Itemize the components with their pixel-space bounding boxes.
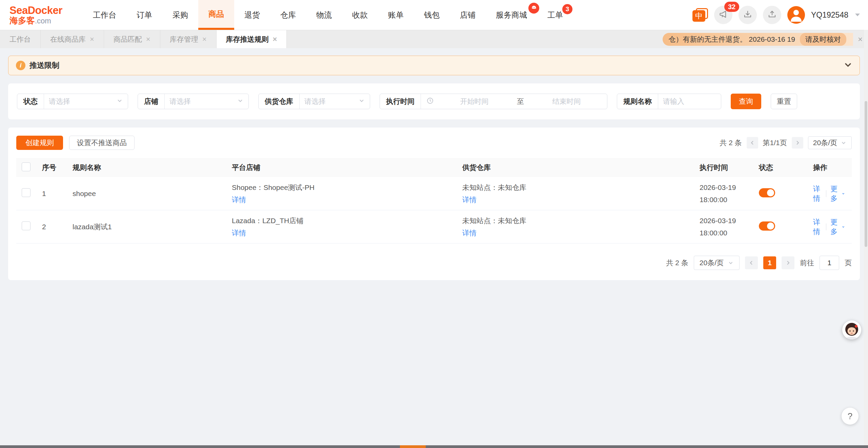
rule-name: lazada测试1: [66, 222, 225, 232]
exec-time-filter[interactable]: 执行时间 至: [380, 94, 607, 109]
nav-item-products[interactable]: 商品: [198, 0, 234, 30]
nav-item-warehouse[interactable]: 仓库: [270, 0, 306, 30]
current-page-button[interactable]: 1: [763, 256, 776, 269]
status-toggle[interactable]: [759, 188, 775, 197]
warehouse-filter[interactable]: 供货仓库: [258, 94, 370, 109]
upload-icon: [767, 9, 777, 21]
col-action: 操作: [806, 163, 852, 172]
shop-detail-link[interactable]: 详情: [232, 194, 449, 206]
warehouse-select[interactable]: [300, 97, 358, 105]
brand-name: SeaDocker: [9, 5, 70, 16]
row-checkbox[interactable]: [22, 221, 31, 230]
total-count-label: 共 2 条: [666, 258, 688, 268]
prev-page-button[interactable]: [747, 137, 758, 149]
tab-workbench[interactable]: 工作台: [0, 30, 41, 48]
nav-item-returns[interactable]: 退货: [234, 0, 270, 30]
detail-action-link[interactable]: 详情: [813, 184, 822, 203]
row-checkbox[interactable]: [22, 188, 31, 197]
download-center-button[interactable]: [739, 6, 757, 24]
warehouse-detail-link[interactable]: 详情: [462, 227, 686, 239]
customer-service-avatar[interactable]: [842, 320, 861, 339]
close-icon[interactable]: ×: [146, 36, 150, 43]
reset-button[interactable]: 重置: [771, 94, 797, 109]
nav-item-purchase[interactable]: 采购: [162, 0, 198, 30]
brand-logo[interactable]: SeaDocker 海多客.com: [9, 0, 70, 30]
more-action-link[interactable]: 更多: [830, 217, 845, 236]
status-toggle[interactable]: [759, 221, 775, 231]
table-toolbar: 创建规则 设置不推送商品 共 2 条 第1/1页 20条/页: [16, 136, 852, 150]
ticket-count-badge: 3: [562, 4, 572, 14]
time-range-separator: 至: [515, 97, 526, 106]
chevron-down-icon: [842, 191, 845, 196]
page-size-select[interactable]: 20条/页: [694, 256, 740, 270]
shop-detail-link[interactable]: 详情: [232, 227, 449, 239]
nav-item-tickets[interactable]: 工单 3: [537, 0, 573, 30]
close-icon[interactable]: ×: [90, 36, 94, 43]
nav-item-payments[interactable]: 收款: [342, 0, 378, 30]
col-index: 序号: [35, 163, 66, 172]
tab-online-products[interactable]: 在线商品库×: [41, 30, 104, 48]
scrollbar-thumb[interactable]: [865, 101, 867, 247]
page-size-select[interactable]: 20条/页: [808, 136, 852, 149]
alert-expand-chevron-icon[interactable]: [844, 61, 852, 71]
exec-time-cell: 2026-03-19 18:00:00: [693, 181, 752, 206]
nav-item-wallet[interactable]: 钱包: [414, 0, 450, 30]
more-action-link[interactable]: 更多: [830, 184, 845, 203]
status-filter[interactable]: 状态: [17, 94, 128, 109]
end-time-input[interactable]: [526, 97, 607, 105]
username-label[interactable]: YQ192548: [811, 11, 848, 20]
next-page-button[interactable]: [782, 256, 794, 269]
notice-close-icon[interactable]: ×: [858, 35, 863, 44]
col-name: 规则名称: [66, 163, 225, 172]
announcement-count-badge: 32: [724, 2, 739, 12]
chevron-down-icon: [841, 140, 847, 146]
user-avatar[interactable]: [787, 6, 805, 24]
nav-item-workbench[interactable]: 工作台: [83, 0, 126, 30]
user-menu-caret-icon[interactable]: [855, 14, 860, 16]
goto-page-input[interactable]: [820, 256, 839, 270]
shop-filter[interactable]: 店铺: [138, 94, 249, 109]
brand-tld: .com: [35, 17, 51, 25]
tab-inventory-manage[interactable]: 库存管理×: [160, 30, 217, 48]
nav-item-service-mall[interactable]: 服务商城: [486, 0, 537, 30]
close-icon[interactable]: ×: [202, 36, 207, 43]
col-warehouse: 供货仓库: [456, 163, 693, 172]
nav-item-orders[interactable]: 订单: [126, 0, 162, 30]
start-time-input[interactable]: [434, 97, 515, 105]
announcement-button[interactable]: 32: [714, 6, 732, 24]
search-button[interactable]: 查询: [731, 94, 761, 109]
nav-item-logistics[interactable]: 物流: [306, 0, 342, 30]
shop-select[interactable]: [165, 97, 237, 105]
warehouse-detail-link[interactable]: 详情: [462, 194, 686, 206]
nav-item-shops[interactable]: 店铺: [450, 0, 486, 30]
help-button[interactable]: ?: [842, 408, 859, 425]
status-select[interactable]: [44, 97, 116, 105]
detail-action-link[interactable]: 详情: [813, 217, 822, 236]
set-no-push-button[interactable]: 设置不推送商品: [69, 136, 135, 150]
next-page-button[interactable]: [792, 137, 803, 149]
prev-page-button[interactable]: [745, 256, 758, 269]
language-switcher-icon[interactable]: 中: [692, 8, 708, 22]
notice-ticker-zone: 仓）有新的无主件退货。 2026-03-16 19 请及时核对 ×: [663, 30, 868, 48]
export-button[interactable]: [763, 6, 781, 24]
rule-name-filter[interactable]: 规则名称: [617, 94, 721, 109]
tab-product-match[interactable]: 商品匹配×: [104, 30, 160, 48]
bottom-edge-orange-segment: [400, 445, 426, 448]
notice-ticker[interactable]: 仓）有新的无主件退货。 2026-03-16 19 请及时核对: [663, 33, 853, 46]
pagination-bottom: 共 2 条 20条/页 1 前往 页: [16, 256, 852, 270]
cartoon-girl-icon: [842, 320, 861, 339]
tab-inventory-push-rules[interactable]: 库存推送规则×: [217, 30, 287, 48]
create-rule-button[interactable]: 创建规则: [16, 136, 63, 150]
chevron-down-icon: [842, 224, 845, 230]
nav-item-bills[interactable]: 账单: [378, 0, 414, 30]
row-index: 2: [35, 223, 66, 231]
page-scrollbar[interactable]: [864, 30, 868, 445]
platform-shop-cell: Lazada：LZD_TH店铺 详情: [225, 215, 456, 239]
notice-action-badge[interactable]: 请及时核对: [800, 33, 846, 46]
rule-name-input[interactable]: [658, 97, 721, 105]
close-icon[interactable]: ×: [273, 36, 277, 43]
row-actions: 详情 更多: [806, 184, 852, 203]
col-status: 状态: [752, 163, 806, 172]
col-time: 执行时间: [693, 163, 752, 172]
select-all-checkbox[interactable]: [22, 162, 31, 171]
